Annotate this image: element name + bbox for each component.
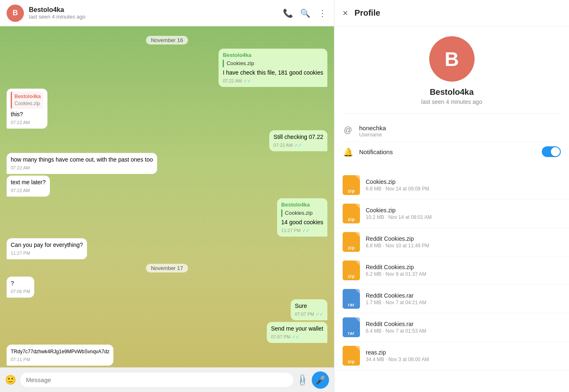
- chat-header: B Bestolo4ka last seen 4 minutes ago 📞 🔍…: [0, 0, 334, 26]
- message-bubble: how many things have come out, with the …: [7, 153, 157, 174]
- file-name: Cookies.zip: [223, 60, 323, 67]
- msg-time: 07:22 AM: [11, 188, 30, 194]
- username-label: Username: [359, 132, 561, 138]
- file-ext: zip: [348, 217, 355, 222]
- profile-name: Bestolo4ka: [430, 87, 474, 97]
- message-bubble: ? 07:06 PM: [7, 277, 34, 298]
- bubble-meta: 07:07 PM ✓✓: [271, 334, 323, 340]
- file-info: Cookies.zip 10.2 MB · Nov 14 at 08:01 AM: [366, 207, 561, 220]
- message-bubble: Can you pay for everything? 11:27 PM: [7, 238, 87, 259]
- file-item[interactable]: zip Cookies.zip 10.2 MB · Nov 14 at 08:0…: [334, 200, 569, 228]
- file-info: Reddit Cookies.rar 1.7 MB · Nov 7 at 04:…: [366, 292, 561, 305]
- msg-checks: ✓✓: [294, 142, 302, 148]
- file-icon-body: rar: [343, 289, 360, 309]
- msg-time: 07:07 PM: [295, 311, 314, 317]
- profile-avatar: B: [429, 36, 475, 82]
- message-bubble: Bestolo4ka Cookies.zip 14 good cookies 1…: [277, 198, 327, 237]
- file-icon: rar: [343, 317, 360, 337]
- file-item[interactable]: rar Reddit Cookies.rar 6.4 MB · Nov 7 at…: [334, 313, 569, 342]
- file-ext: zip: [348, 359, 355, 364]
- search-icon[interactable]: 🔍: [300, 8, 310, 18]
- file-info: Reddit Cookies.zip 6.2 MB · Nov 9 at 01:…: [366, 264, 561, 277]
- attach-button[interactable]: 📎: [295, 373, 310, 387]
- file-item-meta: 6.8 MB · Nov 14 at 09:09 PM: [366, 186, 561, 192]
- message-row: Bestolo4ka Cookies.zip I have check this…: [7, 49, 327, 87]
- date-label: November 16: [146, 36, 188, 45]
- file-item-meta: 6.2 MB · Nov 9 at 01:37 AM: [366, 271, 561, 277]
- message-row: Bestolo4ka Cookies.zip this? 07:22 AM: [7, 89, 327, 129]
- message-text: I have check this file, 181 good cookies: [223, 69, 323, 77]
- bubble-meta: 11:27 PM ✓✓: [281, 228, 323, 234]
- file-icon-body: zip: [343, 232, 360, 252]
- file-icon-body: zip: [343, 204, 360, 223]
- msg-time: 07:06 PM: [11, 289, 30, 295]
- notifications-toggle[interactable]: [542, 146, 561, 157]
- message-bubble: Still checking 07.22 07:22 AM ✓✓: [269, 130, 327, 151]
- file-info: Cookies.zip 6.8 MB · Nov 14 at 09:09 PM: [366, 178, 561, 192]
- mic-button[interactable]: 🎤: [312, 371, 329, 389]
- profile-title: Profile: [355, 8, 380, 18]
- msg-checks: ✓✓: [292, 334, 299, 340]
- bubble-meta: 07:11 PM: [11, 357, 109, 363]
- message-text: text me later?: [11, 179, 46, 185]
- bubble-meta: 07:22 AM ✓✓: [223, 78, 323, 84]
- phone-icon[interactable]: 📞: [283, 8, 293, 18]
- profile-info: @ honechka Username 🔔 Notifications: [343, 113, 561, 161]
- notifications-label: Notifications: [359, 148, 536, 155]
- msg-time: 07:22 AM: [11, 120, 30, 126]
- msg-checks: ✓✓: [302, 228, 310, 234]
- bubble-meta: 07:07 PM ✓✓: [295, 311, 323, 317]
- reply-preview: Bestolo4ka Cookies.zip: [11, 92, 43, 109]
- file-item[interactable]: zip Reddit Cookies.zip 6.2 MB · Nov 9 at…: [334, 256, 569, 285]
- chat-input-area: 🙂 📎 🎤: [0, 367, 334, 392]
- file-info: reas.zip 34.4 MB · Nov 3 at 08:00 AM: [366, 349, 561, 362]
- file-item-name: Cookies.zip: [366, 178, 561, 185]
- file-item[interactable]: rar Reddit Cookies.rar 1.7 MB · Nov 7 at…: [334, 285, 569, 313]
- file-item[interactable]: zip Cookies.zip 6.8 MB · Nov 14 at 09:09…: [334, 171, 569, 200]
- bubble-meta: 07:22 AM: [11, 188, 46, 194]
- file-item-meta: 8.8 MB · Nov 10 at 11:49 PM: [366, 243, 561, 249]
- msg-time: 07:22 AM: [11, 165, 30, 171]
- message-row: Send me your wallet 07:07 PM ✓✓: [7, 322, 327, 343]
- bubble-meta: 07:22 AM: [11, 120, 43, 126]
- message-row: Sure 07:07 PM ✓✓: [7, 299, 327, 320]
- message-row: how many things have come out, with the …: [7, 153, 327, 174]
- file-ext: zip: [348, 274, 355, 279]
- messages-list: November 16 Bestolo4ka Cookies.zip I hav…: [7, 36, 327, 367]
- file-item[interactable]: zip Reddit Cookies.zip 8.8 MB · Nov 10 a…: [334, 228, 569, 256]
- file-item-meta: 1.7 MB · Nov 7 at 04:21 AM: [366, 300, 561, 305]
- message-input[interactable]: [20, 373, 293, 387]
- file-item-name: Reddit Cookies.rar: [366, 321, 561, 327]
- message-text: Still checking 07.22: [273, 134, 323, 140]
- toggle-dot: [551, 147, 560, 156]
- file-icon: zip: [343, 346, 360, 366]
- chat-contact-name: Bestolo4ka: [29, 6, 283, 14]
- msg-checks: ✓✓: [244, 78, 251, 84]
- profile-body: B Bestolo4ka last seen 4 minutes ago @ h…: [334, 26, 569, 171]
- msg-time: 07:22 AM: [223, 78, 242, 84]
- message-bubble: TRdy7c77dzhwk4RJg1e9MPvWbSvnqvA7dz 07:11…: [7, 345, 113, 366]
- username-row: @ honechka Username: [343, 120, 561, 142]
- message-text: ?: [11, 280, 14, 286]
- profile-header: × Profile: [334, 0, 569, 26]
- message-text: Sure: [295, 303, 307, 309]
- profile-panel: × Profile B Bestolo4ka last seen 4 minut…: [334, 0, 569, 392]
- emoji-button[interactable]: 🙂: [5, 375, 16, 385]
- file-info: Reddit Cookies.zip 8.8 MB · Nov 10 at 11…: [366, 235, 561, 249]
- more-icon[interactable]: ⋮: [317, 8, 327, 18]
- file-icon: zip: [343, 261, 360, 280]
- bubble-meta: 07:22 AM: [11, 165, 153, 171]
- file-ext: zip: [348, 188, 355, 193]
- file-icon-body: zip: [343, 346, 360, 366]
- file-item-name: Cookies.zip: [366, 207, 561, 214]
- bubble-meta: 11:27 PM: [11, 250, 83, 256]
- file-item[interactable]: zip reas.zip 34.4 MB · Nov 3 at 08:00 AM: [334, 342, 569, 370]
- msg-checks: ✓✓: [316, 311, 323, 317]
- profile-status: last seen 4 minutes ago: [421, 99, 482, 105]
- file-icon: zip: [343, 232, 360, 252]
- message-bubble: Bestolo4ka Cookies.zip I have check this…: [219, 49, 327, 87]
- chat-header-icons: 📞 🔍 ⋮: [283, 8, 327, 18]
- close-button[interactable]: ×: [343, 8, 348, 19]
- notifications-row: 🔔 Notifications: [343, 142, 561, 161]
- message-text: how many things have come out, with the …: [11, 156, 153, 163]
